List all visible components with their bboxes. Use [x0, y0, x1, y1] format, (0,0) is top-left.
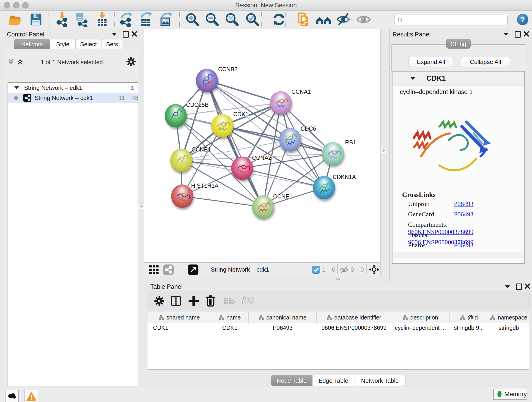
delete-column-icon[interactable] — [206, 295, 215, 307]
zoom-out-icon[interactable] — [204, 12, 220, 27]
node-table[interactable]: shared namenamecanonical namedatabase id… — [147, 312, 529, 370]
zoom-in-icon[interactable] — [185, 12, 200, 27]
import-network-file-icon[interactable] — [54, 12, 70, 27]
table-cell[interactable]: stringdb:9... — [450, 323, 488, 332]
column-header-name[interactable]: name — [211, 313, 249, 323]
cloud-button[interactable] — [5, 390, 19, 402]
network-node-CCNB2[interactable] — [196, 69, 218, 92]
gene-section-header[interactable]: CDK1 — [393, 71, 525, 85]
float-panel-icon[interactable] — [516, 283, 522, 290]
close-panel-icon[interactable] — [132, 31, 137, 37]
network-node-CDC25B[interactable] — [165, 104, 187, 128]
fit-content-crosshair-icon[interactable] — [369, 264, 380, 275]
crosslink-label: Compartments: — [408, 221, 454, 228]
tab-style[interactable]: Style — [50, 39, 76, 49]
tree-expander-icon[interactable] — [14, 86, 19, 89]
network-node-HIST1H1A[interactable] — [171, 185, 193, 208]
network-node-CDKN1A[interactable] — [313, 176, 335, 199]
table-cell[interactable]: cyclin–dependent ... — [391, 323, 450, 332]
close-panel-icon[interactable] — [524, 31, 529, 37]
column-header-description[interactable]: description — [391, 313, 450, 323]
tab-string[interactable]: String — [446, 39, 471, 49]
network-node-RB1[interactable] — [322, 142, 344, 166]
table-cell[interactable]: 9606.ENSP00000378699 — [317, 323, 391, 332]
float-panel-icon[interactable] — [123, 31, 129, 38]
zoom-fit-icon[interactable] — [224, 12, 240, 27]
network-node-CCNA2[interactable] — [231, 157, 253, 180]
network-node-CCNE1[interactable] — [252, 195, 274, 219]
tab-edge-table[interactable]: Edge Table — [312, 375, 354, 386]
open-in-window-icon[interactable] — [188, 264, 198, 275]
add-column-icon[interactable] — [188, 295, 199, 306]
save-session-icon[interactable] — [28, 12, 44, 27]
expand-all-icon[interactable] — [16, 58, 24, 65]
crosslink-value[interactable]: P06493 — [454, 211, 474, 218]
crosslinks-list: Uniprot:P06493GeneCard:P06493Compartment… — [408, 200, 518, 252]
first-neighbors-icon[interactable] — [316, 12, 331, 27]
import-network-database-icon[interactable] — [73, 12, 89, 27]
panel-menu-icon[interactable] — [112, 33, 117, 36]
column-header-canonical-name[interactable]: canonical name — [249, 313, 317, 323]
import-table-icon[interactable] — [94, 12, 110, 27]
bottom-splitter-handle[interactable] — [336, 278, 340, 280]
section-expander-icon[interactable] — [410, 77, 415, 80]
tab-network-table[interactable]: Network Table — [354, 375, 405, 386]
table-settings-gear-icon[interactable] — [154, 296, 164, 306]
tab-sets[interactable]: Sets — [101, 39, 123, 49]
left-splitter-handle[interactable] — [139, 204, 144, 209]
collapse-all-icon[interactable] — [7, 58, 15, 65]
zoom-selected-icon[interactable] — [245, 12, 260, 27]
panel-menu-icon[interactable] — [503, 33, 508, 36]
table-body[interactable]: CDK1CDK1P064939606.ENSP00000378699cyclin… — [147, 323, 529, 332]
network-node-count: 11 — [119, 93, 125, 103]
right-splitter-handle[interactable] — [381, 148, 386, 153]
selected-checkbox[interactable] — [312, 266, 320, 274]
expand-all-button[interactable]: Expand All — [409, 57, 453, 67]
tab-node-table[interactable]: Node Table — [271, 375, 312, 386]
open-session-icon[interactable] — [8, 12, 23, 27]
network-row-selected[interactable]: String Network – cdk1 11 48 — [8, 93, 138, 103]
crosslink-value[interactable]: P06493 — [454, 200, 474, 207]
table-cell[interactable]: P06493 — [249, 323, 317, 332]
search-input[interactable] — [394, 15, 508, 25]
export-network-icon[interactable] — [119, 12, 134, 27]
show-all-icon[interactable] — [356, 12, 371, 27]
help-button[interactable]: ? — [517, 14, 528, 25]
table-row[interactable]: CDK1CDK1P064939606.ENSP00000378699cyclin… — [147, 323, 529, 332]
string-view-icon[interactable] — [163, 264, 174, 275]
column-header-namespace[interactable]: namespace — [488, 313, 529, 323]
select-columns-icon[interactable] — [171, 295, 181, 306]
column-header-@id[interactable]: @id — [450, 313, 488, 323]
table-cell[interactable]: CDK1 — [147, 323, 211, 332]
memory-button[interactable]: Memory — [493, 389, 527, 400]
table-cell[interactable]: CDK1 — [211, 323, 249, 332]
hide-selected-icon[interactable] — [336, 12, 351, 27]
crosslink-value[interactable]: P06493 — [454, 242, 474, 249]
column-header-database-identifier[interactable]: database identifier — [317, 313, 391, 323]
refresh-icon[interactable] — [271, 12, 287, 27]
network-collection-row[interactable]: String Network – cdk1 1 — [8, 83, 138, 93]
network-edge[interactable] — [182, 196, 263, 207]
export-image-icon[interactable] — [158, 12, 174, 27]
network-node-CCNA1[interactable] — [270, 91, 292, 115]
grid-view-icon[interactable] — [149, 265, 159, 275]
float-panel-icon[interactable] — [515, 31, 521, 38]
network-node-CCNB1[interactable] — [170, 149, 192, 172]
network-node-CDK1[interactable] — [211, 114, 233, 138]
tab-network[interactable]: Network — [14, 39, 50, 49]
network-canvas[interactable]: CCNB2CCNA1CDC25BCDK1CDC6RB1CCNB1CCNA2CDK… — [144, 29, 380, 262]
protein-ribbon-thumbnail — [171, 185, 193, 208]
table-header-row[interactable]: shared namenamecanonical namedatabase id… — [147, 313, 529, 323]
export-table-icon[interactable] — [138, 12, 154, 27]
tab-select[interactable]: Select — [76, 39, 101, 49]
table-cell[interactable]: stringdb — [488, 323, 529, 332]
network-options-gear-icon[interactable] — [126, 57, 136, 66]
collapse-all-button[interactable]: Collapse All — [461, 57, 510, 67]
panel-menu-icon[interactable] — [505, 285, 510, 288]
warning-button[interactable] — [25, 390, 38, 402]
column-header-shared-name[interactable]: shared name — [147, 313, 211, 323]
section-scrollbar-track[interactable] — [393, 253, 524, 258]
close-panel-icon[interactable] — [525, 283, 530, 289]
network-node-CDC6[interactable] — [279, 128, 301, 152]
clone-network-icon[interactable] — [296, 12, 311, 27]
